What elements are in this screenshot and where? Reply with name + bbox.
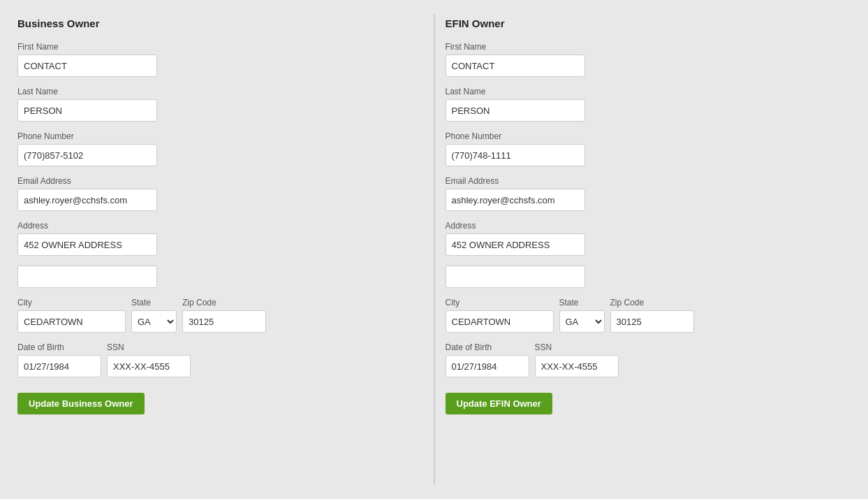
efin-first-name-input[interactable] [446, 55, 585, 77]
business-zip-subgroup: Zip Code [182, 298, 266, 333]
business-address-group: Address [17, 221, 423, 256]
efin-last-name-input[interactable] [446, 99, 585, 122]
business-phone-input[interactable] [17, 144, 157, 166]
business-ssn-subgroup: SSN [107, 342, 191, 377]
efin-address-input[interactable] [446, 233, 585, 256]
business-zip-label: Zip Code [182, 298, 266, 308]
business-city-subgroup: City [17, 298, 126, 333]
business-email-group: Email Address [17, 176, 423, 211]
efin-city-subgroup: City [446, 298, 554, 333]
update-efin-owner-button[interactable]: Update EFIN Owner [446, 393, 552, 414]
business-phone-label: Phone Number [17, 131, 423, 141]
business-dob-label: Date of Birth [17, 342, 101, 352]
business-ssn-input[interactable] [107, 355, 191, 377]
efin-email-group: Email Address [446, 176, 851, 211]
efin-city-state-zip-group: City State ALAKAZARCACOCTDEFLGAHIIDILINI… [446, 298, 851, 333]
efin-zip-label: Zip Code [610, 298, 694, 308]
efin-dob-label: Date of Birth [446, 342, 529, 352]
business-zip-input[interactable] [182, 310, 266, 333]
business-state-subgroup: State ALAKAZARCACOCTDEFLGAHIIDILINIAKSKY… [131, 298, 177, 333]
efin-last-name-label: Last Name [446, 87, 851, 96]
efin-city-input[interactable] [446, 310, 554, 333]
business-state-label: State [131, 298, 177, 308]
business-city-input[interactable] [17, 310, 126, 333]
efin-zip-input[interactable] [610, 310, 694, 333]
efin-state-subgroup: State ALAKAZARCACOCTDEFLGAHIIDILINIAKSKY… [559, 298, 605, 333]
efin-owner-title: EFIN Owner [446, 17, 851, 29]
business-dob-subgroup: Date of Birth [17, 342, 101, 377]
efin-address2-input[interactable] [446, 266, 585, 288]
business-first-name-label: First Name [17, 42, 423, 52]
efin-ssn-label: SSN [535, 342, 619, 352]
efin-city-label: City [446, 298, 554, 308]
efin-email-input[interactable] [446, 189, 585, 211]
efin-phone-label: Phone Number [446, 131, 851, 141]
business-last-name-input[interactable] [17, 99, 157, 122]
business-first-name-input[interactable] [17, 55, 157, 77]
business-dob-input[interactable] [17, 355, 101, 377]
efin-dob-ssn-group: Date of Birth SSN [446, 342, 851, 377]
efin-ssn-subgroup: SSN [535, 342, 619, 377]
efin-phone-group: Phone Number [446, 131, 851, 166]
business-owner-title: Business Owner [17, 17, 423, 29]
efin-owner-panel: EFIN Owner First Name Last Name Phone Nu… [435, 7, 862, 492]
efin-address-label: Address [446, 221, 851, 231]
business-last-name-label: Last Name [17, 87, 423, 96]
efin-state-select[interactable]: ALAKAZARCACOCTDEFLGAHIIDILINIAKSKYLAMEMD… [559, 310, 605, 333]
business-last-name-group: Last Name [17, 87, 423, 122]
business-address-input[interactable] [17, 233, 157, 256]
update-business-owner-button[interactable]: Update Business Owner [17, 393, 145, 414]
efin-address-group: Address [446, 221, 851, 256]
business-ssn-label: SSN [107, 342, 191, 352]
business-owner-panel: Business Owner First Name Last Name Phon… [7, 7, 434, 492]
efin-dob-subgroup: Date of Birth [446, 342, 529, 377]
business-city-label: City [17, 298, 126, 308]
efin-ssn-input[interactable] [535, 355, 619, 377]
business-address-label: Address [17, 221, 423, 231]
business-address2-group [17, 266, 423, 288]
business-phone-group: Phone Number [17, 131, 423, 166]
business-email-input[interactable] [17, 189, 157, 211]
efin-address2-group [446, 266, 851, 288]
efin-state-label: State [559, 298, 605, 308]
business-dob-ssn-group: Date of Birth SSN [17, 342, 423, 377]
efin-last-name-group: Last Name [446, 87, 851, 122]
business-state-select[interactable]: ALAKAZARCACOCTDEFLGAHIIDILINIAKSKYLAMEMD… [131, 310, 177, 333]
business-city-state-zip-group: City State ALAKAZARCACOCTDEFLGAHIIDILINI… [17, 298, 423, 333]
efin-phone-input[interactable] [446, 144, 585, 166]
business-address2-input[interactable] [17, 266, 157, 288]
efin-dob-input[interactable] [446, 355, 529, 377]
efin-first-name-label: First Name [446, 42, 851, 52]
efin-first-name-group: First Name [446, 42, 851, 77]
efin-email-label: Email Address [446, 176, 851, 186]
efin-zip-subgroup: Zip Code [610, 298, 694, 333]
business-first-name-group: First Name [17, 42, 423, 77]
business-email-label: Email Address [17, 176, 423, 186]
